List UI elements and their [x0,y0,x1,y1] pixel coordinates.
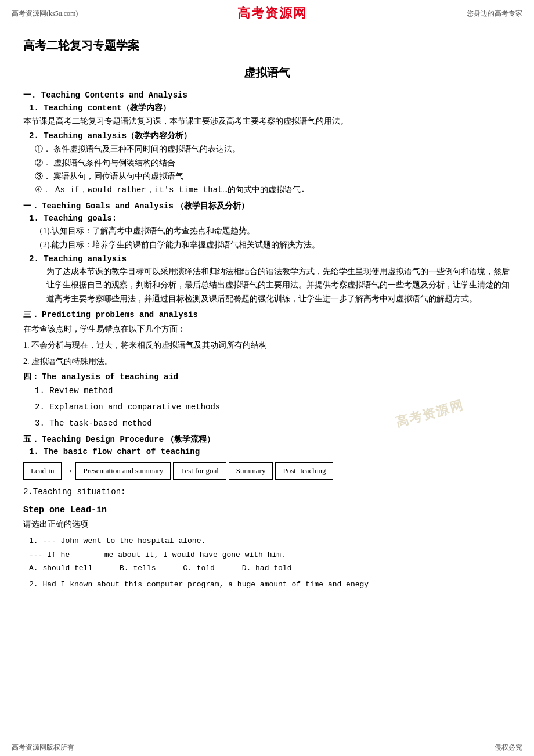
section1-body1: 本节课是高考二轮复习专题语法复习课，本节课主要涉及高考主要考察的虚拟语气的用法。 [23,114,511,128]
header-center: 高考资源网 [237,5,307,22]
section2-body: 为了达成本节课的教学目标可以采用演绎法和归纳法相结合的语法教学方式，先给学生呈现… [46,265,511,306]
qa-1-num: 1. --- John went to the hospital alone. [29,534,511,548]
flow-arrow-1: → [62,466,75,476]
section1-list4: ④． As if，would rather，it's time that…的句式… [35,183,511,197]
section1-heading: 一. Teaching Contents and Analysis [23,90,511,100]
section2-list1: （1).认知目标：了解高考中虚拟语气的考查热点和命题趋势。 [35,224,511,238]
topic-title: 虚拟语气 [23,65,511,81]
footer-left: 高考资源网版权所有 [12,743,74,753]
step-one-heading: Step one Lead-in [23,505,511,515]
header-right: 您身边的高考专家 [467,9,522,19]
doc-title: 高考二轮复习专题学案 [23,38,511,53]
watermark-area: 3. The task-based method 高考资源网 [23,417,511,431]
section2-list2: （2).能力目标：培养学生的课前自学能力和掌握虚拟语气相关试题的解决方法。 [35,238,511,252]
flow-box-post: Post -teaching [275,462,333,480]
header-left: 高考资源网(ks5u.com) [12,9,78,19]
page-header: 高考资源网(ks5u.com) 高考资源网 您身边的高考专家 [0,0,534,26]
qa-1-line2: --- If he me about it, I would have gone… [29,548,511,561]
section5-sub2: 2.Teaching situation: [23,485,511,499]
section3-item2: 2. 虚拟语气的特殊用法。 [23,355,511,369]
section5-heading: 五． Teaching Design Procedure （教学流程） [23,434,511,445]
main-content: 高考二轮复习专题学案 虚拟语气 一. Teaching Contents and… [0,26,534,739]
section4-item1: 1. Review method [35,384,511,398]
flow-chart: Lead-in → Presentation and summary Test … [23,462,511,480]
section4-heading: 四： The analysis of teaching aid [23,372,511,382]
page-footer: 高考资源网版权所有 侵权必究 [0,739,534,756]
section4-item2: 2. Explanation and comparative methods [35,401,511,415]
section1-list3: ③． 宾语从句，同位语从句中的虚拟语气 [35,170,511,183]
flow-box-lead-in: Lead-in [23,462,62,480]
section5-sub1: 1. The basic flow chart of teaching [29,447,511,456]
section3-heading: 三． Predicting problems and analysis [23,309,511,320]
section1-list2: ②． 虚拟语气条件句与倒装结构的结合 [35,156,511,170]
step-one-sub: 请选出正确的选项 [23,517,511,531]
section2-sub2: 2. Teaching analysis [29,254,511,264]
section3-intro: 在考查该点时，学生易错点在以下几个方面： [23,322,511,336]
section2-sub1: 1. Teaching goals: [29,214,511,223]
flow-box-summary: Summary [229,462,273,480]
qa-1-options: A. should tell B. tells C. told D. had t… [29,561,511,575]
qa-2-line1: 2. Had I known about this computer progr… [29,578,511,591]
flow-box-test: Test for goal [173,462,226,480]
section1-list1: ①． 条件虚拟语气及三种不同时间的虚拟语气的表达法。 [35,142,511,156]
section3-item1: 1. 不会分析与现在，过去，将来相反的虚拟语气及其动词所有的结构 [23,339,511,352]
section2-heading: 一． Teaching Goals and Analysis （教学目标及分析） [23,201,511,211]
section1-sub1: 1. Teaching content（教学内容） [29,103,511,113]
page-wrapper: 高考资源网(ks5u.com) 高考资源网 您身边的高考专家 高考二轮复习专题学… [0,0,534,756]
section4-item3: 3. The task-based method [35,417,511,431]
flow-box-presentation: Presentation and summary [75,462,171,480]
section1-sub2: 2. Teaching analysis（教学内容分析） [29,131,511,141]
footer-right: 侵权必究 [495,743,522,753]
